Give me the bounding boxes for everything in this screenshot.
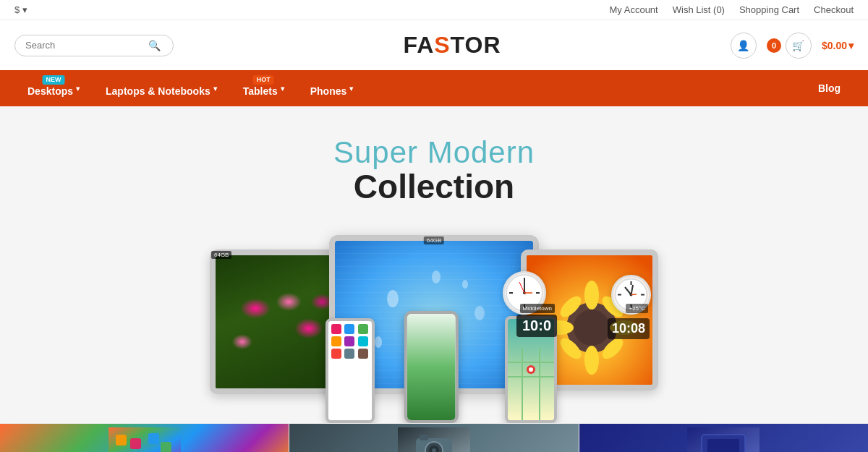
temperature-label: +25°C: [626, 304, 648, 313]
phone-apps-grid: [328, 321, 372, 420]
nav-item-phones[interactable]: Phones ▾: [297, 70, 367, 106]
svg-line-44: [631, 294, 637, 295]
shopping-cart-link[interactable]: Shopping Cart: [739, 4, 799, 15]
hero-title-bottom: Collection: [14, 167, 854, 206]
storage-label-center: 64GB: [424, 236, 444, 244]
search-button[interactable]: 🔍: [148, 40, 161, 51]
storage-label-left: 64GB: [211, 251, 231, 259]
blog-label: Blog: [818, 82, 841, 94]
svg-point-11: [584, 281, 599, 310]
svg-rect-47: [130, 438, 141, 449]
top-bar: $ ▾ My Account Wish List (0) Shopping Ca…: [0, 0, 868, 20]
laptops-chevron-icon: ▾: [213, 85, 217, 93]
nav-blog-link[interactable]: Blog: [805, 70, 854, 106]
app-icon: [331, 336, 341, 346]
cart-total-button[interactable]: $0.00 ▾: [822, 40, 854, 51]
cart-count-badge: 0: [767, 38, 781, 53]
nav-tablets-label: Tablets: [243, 85, 278, 97]
nav-laptops-label: Laptops & Notebooks: [106, 85, 210, 97]
svg-point-4: [375, 336, 382, 348]
svg-point-26: [529, 367, 533, 372]
navbar: NEW Desktops ▾ Laptops & Notebooks ▾ HOT…: [0, 70, 868, 106]
devices-container: TabletPC: [210, 235, 658, 423]
svg-rect-55: [420, 435, 428, 440]
svg-rect-19: [407, 314, 456, 420]
svg-point-3: [475, 306, 485, 320]
svg-point-10: [574, 310, 610, 346]
svg-point-2: [432, 270, 441, 283]
device-phone-center: [404, 311, 459, 423]
search-icon: 🔍: [148, 40, 161, 51]
svg-rect-58: [707, 439, 739, 452]
thumbnail-image-3: [687, 427, 760, 452]
hero-devices: TabletPC: [14, 221, 854, 423]
logo-highlight: S: [434, 32, 450, 58]
device-phone-left: [326, 318, 375, 423]
thumbnail-item-2[interactable]: [289, 424, 579, 452]
svg-point-5: [462, 280, 468, 289]
logo[interactable]: FASTOR: [403, 32, 501, 59]
nav-item-desktops[interactable]: NEW Desktops ▾: [14, 70, 93, 106]
thumbnail-image-2: [398, 427, 470, 452]
thumbnail-item-3[interactable]: [579, 424, 868, 452]
desktops-chevron-icon: ▾: [76, 85, 80, 93]
hero-section: Super Modern Collection: [0, 106, 868, 423]
phones-chevron-icon: ▾: [349, 85, 353, 93]
digital-time-2: 10:08: [608, 318, 650, 339]
top-links: My Account Wish List (0) Shopping Cart C…: [610, 4, 854, 15]
app-icon: [344, 336, 354, 346]
nav-desktops-label: Desktops: [27, 85, 73, 97]
svg-rect-48: [148, 433, 159, 444]
center-phone-screen: [407, 314, 456, 420]
currency-arrow-icon: ▾: [22, 4, 27, 15]
tablets-chevron-icon: ▾: [281, 85, 284, 93]
currency-symbol: $: [14, 4, 20, 15]
hot-badge: HOT: [253, 75, 274, 85]
app-icon: [344, 349, 354, 359]
new-badge: NEW: [43, 75, 65, 85]
cart-total-arrow-icon: ▾: [848, 40, 854, 51]
search-bar: 🔍: [14, 35, 174, 56]
search-input[interactable]: [25, 40, 148, 51]
app-icon: [358, 324, 368, 334]
page-wrapper: $ ▾ My Account Wish List (0) Shopping Ca…: [0, 0, 868, 452]
nav-item-laptops[interactable]: Laptops & Notebooks ▾: [93, 70, 230, 106]
app-icon: [344, 324, 354, 334]
svg-point-12: [584, 346, 599, 375]
nav-left: NEW Desktops ▾ Laptops & Notebooks ▾ HOT…: [14, 70, 366, 106]
cart-total-amount: $0.00: [822, 40, 847, 51]
app-icon: [331, 324, 341, 334]
checkout-link[interactable]: Checkout: [814, 4, 854, 15]
thumbnail-item-1[interactable]: [0, 424, 289, 452]
app-icon: [358, 349, 368, 359]
nav-phones-label: Phones: [310, 85, 347, 97]
digital-time-1: 10:0: [516, 315, 557, 337]
currency-selector[interactable]: $ ▾: [14, 4, 27, 15]
user-icon: 👤: [737, 40, 749, 51]
svg-rect-46: [116, 435, 127, 445]
wish-list-link[interactable]: Wish List (0): [673, 4, 725, 15]
cart-icon: 🛒: [792, 40, 804, 51]
nav-item-tablets[interactable]: HOT Tablets ▾: [230, 70, 297, 106]
thumbnails-row: [0, 423, 868, 452]
my-account-link[interactable]: My Account: [610, 4, 658, 15]
thumbnail-image-1: [109, 427, 181, 452]
location-label: Middletown: [520, 304, 555, 313]
hero-title-top: Super Modern: [14, 135, 854, 170]
app-icon: [331, 349, 341, 359]
svg-point-1: [387, 290, 399, 307]
app-icon: [358, 336, 368, 346]
header: 🔍 FASTOR 👤 0 🛒 $0.00 ▾: [0, 20, 868, 70]
user-account-button[interactable]: 👤: [731, 33, 757, 59]
header-actions: 👤 0 🛒 $0.00 ▾: [731, 33, 854, 59]
svg-rect-49: [161, 442, 171, 452]
cart-icon-button[interactable]: 🛒: [786, 33, 812, 59]
cart-badge: 0 🛒: [767, 33, 812, 59]
